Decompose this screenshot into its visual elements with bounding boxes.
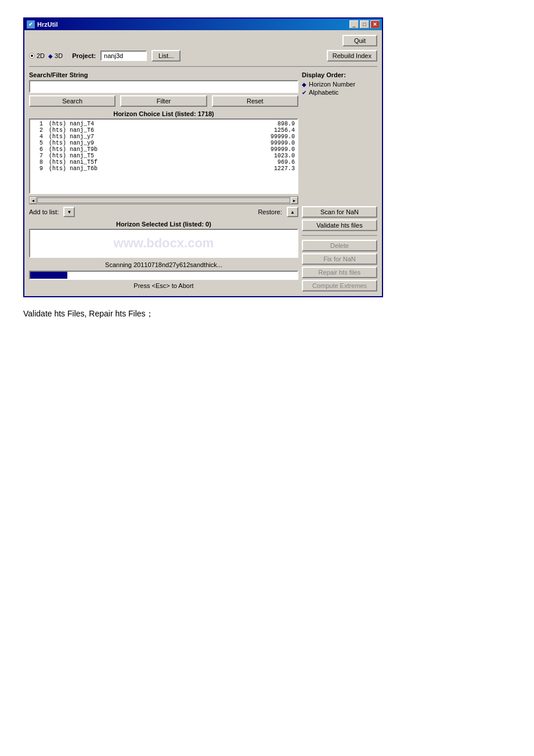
- alphabetic-icon: ✔: [302, 89, 306, 96]
- scroll-right-arrow[interactable]: ►: [291, 197, 298, 204]
- search-button-row: Search Filter Reset: [29, 95, 298, 107]
- alphabetic-option[interactable]: ✔ Alphabetic: [302, 89, 377, 96]
- list-button[interactable]: List...: [151, 50, 181, 62]
- diamond-icon: ◆: [48, 53, 53, 59]
- horizon-number-icon: ◆: [302, 81, 306, 88]
- scan-for-nan-button[interactable]: Scan for NaN: [302, 206, 377, 218]
- minimize-button[interactable]: _: [349, 20, 359, 28]
- project-label: Project:: [72, 52, 96, 59]
- close-button[interactable]: ✕: [370, 20, 380, 28]
- window-title: HrzUtil: [37, 21, 57, 28]
- reset-button[interactable]: Reset: [212, 95, 298, 107]
- title-bar-left: ✔ HrzUtil: [27, 20, 57, 28]
- horizon-choice-title: Horizon Choice List (listed: 1718): [29, 110, 298, 117]
- restore-label: Restore:: [258, 208, 282, 215]
- window-body: Quit 2D ◆ 3D Project: List...: [24, 30, 382, 296]
- abort-text: Press <Esc> to Abort: [29, 282, 298, 289]
- horizon-number-label: Horizon Number: [309, 81, 355, 88]
- add-restore-row: Add to list: ▼ Restore: ▲: [29, 207, 298, 217]
- left-panel: Search/Filter String Search Filter Reset…: [29, 71, 298, 291]
- right-panel: Display Order: ◆ Horizon Number ✔ Alphab…: [302, 71, 377, 291]
- maximize-button[interactable]: □: [360, 20, 369, 28]
- repair-hts-button[interactable]: Repair hts files: [302, 267, 377, 278]
- list-item[interactable]: 4 (hts) nanj_y799999.0: [31, 134, 296, 140]
- top-row: Quit: [29, 35, 377, 46]
- search-button[interactable]: Search: [29, 95, 116, 107]
- horizon-choice-list[interactable]: 1 (hts) nanj_T4898.92 (hts) nanj_T61256.…: [29, 118, 298, 194]
- horizon-selected-list[interactable]: www.bdocx.com: [29, 229, 298, 258]
- list-item[interactable]: 7 (hts) nanj_T51023.0: [31, 153, 296, 159]
- horizon-number-option[interactable]: ◆ Horizon Number: [302, 81, 377, 88]
- restore-dropdown[interactable]: ▲: [287, 207, 298, 217]
- rebuild-index-button[interactable]: Rebuild Index: [327, 50, 377, 62]
- bottom-note: Validate hts Files, Repair hts Files；: [23, 309, 511, 319]
- app-icon: ✔: [27, 20, 35, 28]
- alphabetic-label: Alphabetic: [309, 89, 338, 96]
- radio-2d-label: 2D: [37, 52, 45, 59]
- delete-button[interactable]: Delete: [302, 240, 377, 251]
- compute-extremes-button[interactable]: Compute Extremes: [302, 280, 377, 291]
- fix-for-nan-button[interactable]: Fix for NaN: [302, 253, 377, 265]
- search-filter-label: Search/Filter String: [29, 71, 298, 78]
- list-item[interactable]: 8 (hts) nani_T5f969.6: [31, 159, 296, 165]
- filter-button[interactable]: Filter: [120, 95, 207, 107]
- radio-3d-label: 3D: [55, 52, 63, 59]
- project-input[interactable]: [100, 51, 147, 61]
- filter-input[interactable]: [29, 80, 298, 93]
- progress-section: Scanning 20110718nd27y612sandthick... Pr…: [29, 261, 298, 289]
- radio-2d-circle: [29, 53, 35, 59]
- main-area: Search/Filter String Search Filter Reset…: [29, 71, 377, 291]
- add-to-list-label: Add to list:: [29, 208, 59, 215]
- title-bar-buttons: _ □ ✕: [349, 20, 380, 28]
- dimension-radio-group: 2D ◆ 3D: [29, 52, 63, 59]
- watermark: www.bdocx.com: [114, 236, 214, 251]
- scanning-text: Scanning 20110718nd27y612sandthick...: [29, 261, 298, 268]
- main-window: ✔ HrzUtil _ □ ✕ Quit 2D: [23, 17, 383, 297]
- list-item[interactable]: 1 (hts) nanj_T4898.9: [31, 121, 296, 127]
- scroll-left-arrow[interactable]: ◄: [30, 197, 37, 204]
- horizon-selected-title: Horizon Selected List (listed: 0): [29, 221, 298, 228]
- title-bar: ✔ HrzUtil _ □ ✕: [24, 19, 382, 30]
- quit-button[interactable]: Quit: [342, 35, 377, 46]
- radio-2d[interactable]: 2D: [29, 52, 45, 59]
- right-spacer: [302, 104, 377, 204]
- add-dropdown[interactable]: ▼: [63, 207, 75, 217]
- list-item[interactable]: 2 (hts) nanj_T61256.4: [31, 127, 296, 134]
- list-item[interactable]: 5 (hts) nanj_y999999.0: [31, 140, 296, 146]
- display-order-label: Display Order:: [302, 71, 377, 78]
- project-row: 2D ◆ 3D Project: List... Rebuild Index: [29, 50, 377, 67]
- progress-bar-inner: [30, 272, 67, 279]
- validate-hts-button[interactable]: Validate hts files: [302, 219, 377, 231]
- radio-3d[interactable]: ◆ 3D: [48, 52, 63, 59]
- list-item[interactable]: 6 (hts) nanj_T9b99999.0: [31, 146, 296, 153]
- separator-line: [302, 235, 377, 236]
- list-item[interactable]: 9 (hts) nanj_T6b1227.3: [31, 165, 296, 172]
- right-buttons: Scan for NaN Validate hts files Delete F…: [302, 206, 377, 291]
- display-order-section: Display Order: ◆ Horizon Number ✔ Alphab…: [302, 71, 377, 97]
- horizontal-scrollbar[interactable]: ◄ ►: [29, 196, 298, 204]
- progress-bar-outer: [29, 271, 298, 280]
